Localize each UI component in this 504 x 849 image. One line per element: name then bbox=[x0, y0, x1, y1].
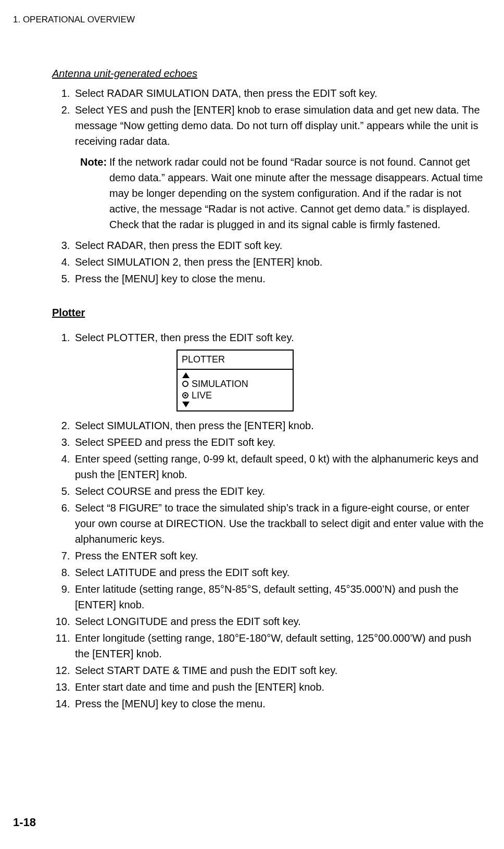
option-simulation: SIMULATION bbox=[182, 378, 288, 390]
list-item: Select START DATE & TIME and push the ED… bbox=[73, 663, 486, 678]
list-item: Enter latitude (setting range, 85°N-85°S… bbox=[73, 581, 486, 613]
list-item: Select LONGITUDE and press the EDIT soft… bbox=[73, 614, 486, 629]
section2-title: Plotter bbox=[52, 305, 486, 320]
option-label: SIMULATION bbox=[192, 378, 248, 390]
list-item: Select LATITUDE and press the EDIT soft … bbox=[73, 565, 486, 580]
list-item: Select SIMULATION 2, then press the [ENT… bbox=[73, 254, 486, 270]
triangle-up-icon bbox=[182, 372, 190, 378]
list-text: Select YES and push the [ENTER] knob to … bbox=[75, 104, 480, 147]
page-header: 1. OPERATIONAL OVERVIEW bbox=[13, 13, 486, 27]
list-item: Press the [MENU] key to close the menu. bbox=[73, 271, 486, 286]
list-item: Enter start date and time and push the [… bbox=[73, 679, 486, 695]
radio-filled-icon bbox=[182, 392, 188, 398]
list-item: Press the ENTER soft key. bbox=[73, 548, 486, 564]
note-label: Note: bbox=[80, 156, 107, 168]
list-item: Select PLOTTER, then press the EDIT soft… bbox=[73, 330, 486, 411]
list-item: Select RADAR SIMULATION DATA, then press… bbox=[73, 85, 486, 101]
option-label: LIVE bbox=[192, 390, 212, 402]
list-item: Select YES and push the [ENTER] knob to … bbox=[73, 102, 486, 232]
plotter-step1-text: Select PLOTTER, then press the EDIT soft… bbox=[75, 332, 294, 343]
radio-empty-icon bbox=[182, 381, 188, 387]
list-item: Select SIMULATION, then press the [ENTER… bbox=[73, 418, 486, 433]
plotter-box-title: PLOTTER bbox=[178, 351, 293, 370]
triangle-down-icon bbox=[182, 402, 190, 407]
list-item: Select COURSE and press the EDIT key. bbox=[73, 483, 486, 499]
note-body: If the network radar could not be found … bbox=[80, 154, 486, 232]
section2-list: Select PLOTTER, then press the EDIT soft… bbox=[52, 330, 486, 711]
scroll-down-row bbox=[182, 402, 288, 407]
list-item: Enter longitude (setting range, 180°E-18… bbox=[73, 630, 486, 661]
list-item: Select SPEED and press the EDIT soft key… bbox=[73, 434, 486, 450]
list-item: Select RADAR, then press the EDIT soft k… bbox=[73, 238, 486, 253]
section1-title: Antenna unit-generated echoes bbox=[52, 66, 486, 81]
section1-list: Select RADAR SIMULATION DATA, then press… bbox=[52, 85, 486, 286]
page-number: 1-18 bbox=[13, 814, 36, 831]
list-item: Enter speed (setting range, 0-99 kt, def… bbox=[73, 451, 486, 482]
plotter-menu-box: PLOTTER SIMULATION LIVE bbox=[177, 349, 294, 411]
list-item: Press the [MENU] key to close the menu. bbox=[73, 696, 486, 711]
scroll-up-row bbox=[182, 372, 288, 378]
option-live: LIVE bbox=[182, 390, 288, 402]
list-item: Select “8 FIGURE” to trace the simulated… bbox=[73, 500, 486, 547]
plotter-box-body: SIMULATION LIVE bbox=[178, 370, 293, 410]
note-block: Note: If the network radar could not be … bbox=[75, 154, 486, 232]
main-content: Antenna unit-generated echoes Select RAD… bbox=[13, 66, 486, 711]
